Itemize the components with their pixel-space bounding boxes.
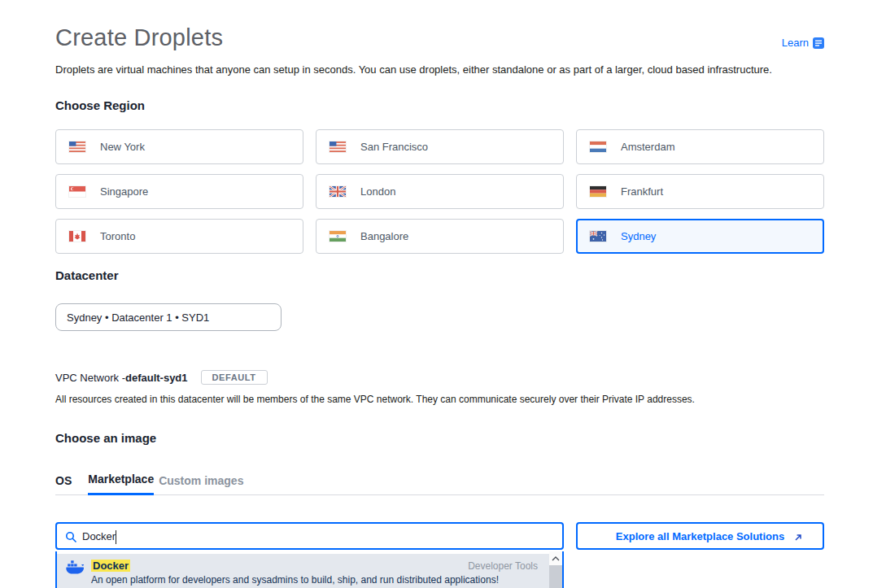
explore-marketplace-button[interactable]: Explore all Marketplace Solutions — [576, 522, 824, 550]
choose-image-heading: Choose an image — [55, 431, 824, 445]
tab-custom-images[interactable]: Custom images — [159, 474, 243, 494]
germany-flag-icon — [590, 186, 606, 197]
result-category: Developer Tools — [468, 560, 538, 572]
learn-link-label: Learn — [782, 37, 809, 49]
region-card-new-york[interactable]: New York — [55, 129, 303, 164]
netherlands-flag-icon — [590, 142, 606, 152]
tab-os[interactable]: OS — [55, 474, 72, 494]
region-grid: New York San Francisco Amsterdam — [55, 129, 824, 254]
learn-link[interactable]: Learn — [782, 34, 824, 51]
region-card-toronto[interactable]: Toronto — [55, 219, 303, 254]
external-arrow-icon — [793, 533, 803, 542]
result-name-highlighted: Docker — [91, 560, 130, 572]
region-label: Toronto — [100, 230, 135, 242]
dropdown-scrollbar[interactable] — [549, 551, 562, 588]
page-title: Create Droplets — [55, 24, 223, 51]
region-card-singapore[interactable]: Singapore — [55, 174, 303, 209]
search-icon — [65, 531, 77, 543]
region-card-bangalore[interactable]: Bangalore — [316, 219, 564, 254]
australia-flag-icon — [590, 231, 606, 242]
docs-icon — [813, 37, 824, 49]
us-flag-icon — [330, 142, 346, 152]
docker-whale-icon — [65, 560, 85, 575]
region-card-frankfurt[interactable]: Frankfurt — [576, 174, 824, 209]
marketplace-search-box — [55, 522, 564, 550]
region-label: Frankfurt — [621, 185, 663, 198]
region-card-sydney[interactable]: Sydney — [576, 219, 824, 254]
singapore-flag-icon — [69, 186, 85, 197]
canada-flag-icon — [69, 231, 85, 242]
india-flag-icon — [330, 231, 346, 242]
text-cursor — [116, 530, 116, 544]
result-description: An open platform for developers and sysa… — [91, 574, 539, 586]
datacenter-selected-value: Sydney • Datacenter 1 • SYD1 — [67, 311, 209, 324]
region-label: San Francisco — [360, 141, 428, 153]
create-droplets-page: Create Droplets Learn Droplets are virtu… — [0, 0, 873, 588]
page-header: Create Droplets Learn — [55, 24, 824, 51]
marketplace-search-input[interactable] — [57, 524, 562, 548]
result-content: Docker Developer Tools An open platform … — [91, 560, 539, 588]
image-search-row: Explore all Marketplace Solutions — [55, 522, 824, 550]
region-label: London — [360, 185, 395, 198]
search-results-dropdown: Docker Developer Tools An open platform … — [55, 551, 564, 588]
region-label: Amsterdam — [621, 141, 674, 153]
region-label: Singapore — [100, 185, 148, 198]
tab-marketplace[interactable]: Marketplace — [88, 473, 154, 495]
vpc-default-badge: DEFAULT — [201, 370, 268, 385]
explore-marketplace-label: Explore all Marketplace Solutions — [616, 530, 784, 542]
region-card-san-francisco[interactable]: San Francisco — [316, 129, 564, 164]
region-label: Sydney — [621, 230, 656, 242]
region-card-london[interactable]: London — [316, 174, 564, 209]
chevron-up-icon — [552, 556, 560, 561]
page-subtitle: Droplets are virtual machines that anyon… — [55, 63, 824, 76]
datacenter-heading: Datacenter — [55, 268, 824, 282]
vpc-label: VPC Network - — [55, 372, 125, 384]
result-item-docker[interactable]: Docker Developer Tools An open platform … — [57, 554, 549, 588]
scrollbar-up-button[interactable] — [549, 551, 562, 565]
choose-region-heading: Choose Region — [55, 98, 824, 112]
datacenter-select[interactable]: Sydney • Datacenter 1 • SYD1 — [55, 303, 282, 331]
us-flag-icon — [69, 142, 85, 152]
region-label: Bangalore — [360, 230, 408, 242]
vpc-network-row: VPC Network - default-syd1 DEFAULT — [55, 370, 824, 385]
vpc-network-name: default-syd1 — [125, 372, 188, 384]
region-card-amsterdam[interactable]: Amsterdam — [576, 129, 824, 164]
image-tabs: OS Marketplace Custom images — [55, 473, 824, 495]
vpc-description: All resources created in this datacenter… — [55, 394, 824, 405]
region-label: New York — [100, 141, 145, 153]
uk-flag-icon — [330, 186, 346, 197]
